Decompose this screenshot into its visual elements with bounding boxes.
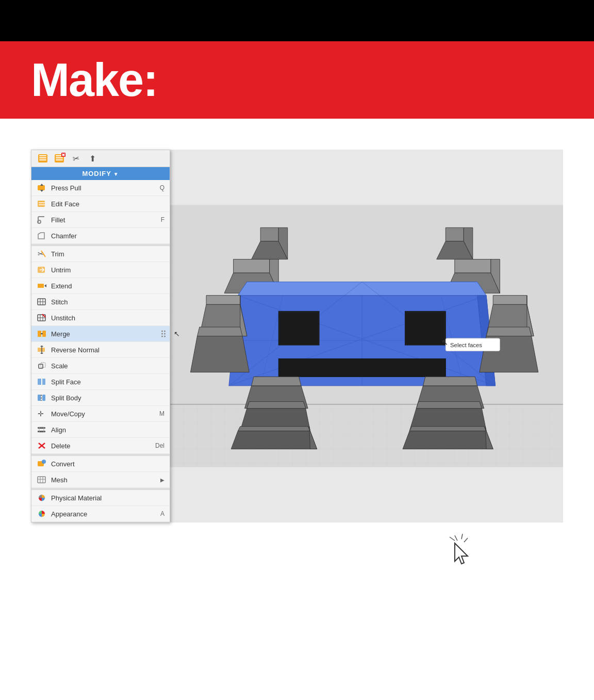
menu-item-split-face[interactable]: Split Face <box>31 374 170 390</box>
fusion-menu: ✂ ⬆ MODIFY Press Pull <box>31 150 170 523</box>
menu-item-physical-material[interactable]: Physical Material <box>31 490 170 506</box>
space-invader-scene: Select faces ↖ <box>170 150 563 523</box>
physical-material-label: Physical Material <box>51 494 102 502</box>
hover-cursor: ↖ <box>174 330 180 338</box>
drag-handle <box>161 331 166 337</box>
menu-item-unstitch[interactable]: Unstitch <box>31 310 170 326</box>
menu-item-press-pull[interactable]: Press Pull Q <box>31 180 170 196</box>
menu-item-fillet[interactable]: Fillet F <box>31 212 170 228</box>
make-header: Make: <box>0 41 594 119</box>
split-body-label: Split Body <box>51 394 81 402</box>
svg-point-38 <box>42 460 46 464</box>
content-area: ✂ ⬆ MODIFY Press Pull <box>0 119 594 605</box>
menu-item-mesh[interactable]: Mesh ▶ <box>31 472 170 488</box>
svg-marker-9 <box>44 284 46 287</box>
scale-label: Scale <box>51 362 68 370</box>
svg-line-106 <box>450 537 455 541</box>
menu-item-align[interactable]: Align <box>31 422 170 438</box>
menu-item-merge[interactable]: Merge ↖ <box>31 326 170 342</box>
edit-face-label: Edit Face <box>51 200 79 208</box>
chamfer-label: Chamfer <box>51 232 77 240</box>
svg-marker-49 <box>260 227 278 241</box>
unstitch-icon <box>37 313 47 323</box>
appearance-label: Appearance <box>51 510 87 518</box>
menu-item-delete[interactable]: Delete Del <box>31 438 170 454</box>
svg-line-105 <box>464 538 468 542</box>
menu-item-move-copy[interactable]: ✛ Move/Copy M <box>31 406 170 422</box>
viewport-area: Select faces ↖ <box>170 150 563 523</box>
reverse-normal-label: Reverse Normal <box>51 346 100 354</box>
toolbar-upload-icon[interactable]: ⬆ <box>85 152 100 165</box>
appearance-shortcut: A <box>160 510 164 517</box>
appearance-icon <box>37 509 47 519</box>
menu-item-stitch[interactable]: Stitch <box>31 294 170 310</box>
svg-marker-77 <box>206 296 240 305</box>
main-illustration: ✂ ⬆ MODIFY Press Pull <box>31 150 563 523</box>
svg-marker-95 <box>238 427 310 431</box>
move-copy-icon: ✛ <box>37 409 47 419</box>
align-label: Align <box>51 426 66 434</box>
svg-marker-82 <box>190 336 249 372</box>
delete-shortcut: Del <box>155 442 164 449</box>
menu-item-untrim[interactable]: Untrim <box>31 262 170 278</box>
svg-marker-2 <box>40 190 43 192</box>
press-pull-shortcut: Q <box>160 184 164 191</box>
convert-label: Convert <box>51 460 75 468</box>
split-face-icon <box>37 377 47 387</box>
reverse-normal-icon <box>37 345 47 355</box>
split-face-label: Split Face <box>51 378 81 386</box>
delete-icon <box>37 441 47 451</box>
svg-rect-8 <box>38 284 44 288</box>
click-cursor-svg <box>444 533 475 569</box>
svg-marker-52 <box>446 227 464 241</box>
make-logo: Make: <box>31 54 157 107</box>
svg-rect-29 <box>42 395 45 401</box>
untrim-icon <box>37 265 47 275</box>
modify-header-label[interactable]: MODIFY <box>31 167 170 180</box>
svg-rect-74 <box>406 312 444 344</box>
menu-item-edit-face[interactable]: Edit Face <box>31 196 170 212</box>
svg-marker-23 <box>40 353 43 354</box>
press-pull-label: Press Pull <box>51 184 81 192</box>
svg-marker-94 <box>231 431 317 449</box>
mesh-submenu-arrow: ▶ <box>160 477 164 483</box>
toolbar-list-icon[interactable] <box>36 152 50 165</box>
unstitch-label: Unstitch <box>51 314 75 322</box>
svg-marker-93 <box>416 402 482 409</box>
svg-marker-107 <box>455 543 468 564</box>
svg-rect-75 <box>278 359 446 377</box>
fillet-label: Fillet <box>51 216 65 224</box>
click-cursor-decoration <box>444 533 475 571</box>
move-copy-label: Move/Copy <box>51 410 85 418</box>
svg-marker-97 <box>403 431 493 449</box>
trim-icon: ✂ <box>37 249 47 259</box>
stitch-icon <box>37 297 47 307</box>
extend-icon <box>37 281 47 291</box>
svg-point-4 <box>38 220 41 223</box>
svg-rect-20 <box>42 331 46 337</box>
svg-rect-28 <box>38 395 41 401</box>
svg-rect-0 <box>38 185 45 190</box>
upload-icon: ⬆ <box>89 154 96 164</box>
svg-marker-83 <box>197 327 243 336</box>
delete-label: Delete <box>51 442 71 450</box>
menu-item-split-body[interactable]: Split Body <box>31 390 170 406</box>
menu-item-extend[interactable]: Extend <box>31 278 170 294</box>
menu-item-appearance[interactable]: Appearance A <box>31 506 170 522</box>
toolbar-scissors-icon[interactable]: ✂ <box>69 152 83 165</box>
toolbar-list2-icon[interactable] <box>52 152 67 165</box>
move-copy-shortcut: M <box>159 410 164 417</box>
menu-item-convert[interactable]: Convert <box>31 456 170 472</box>
menu-item-trim[interactable]: ✂ Trim <box>31 246 170 262</box>
menu-item-scale[interactable]: Scale <box>31 358 170 374</box>
edit-face-icon <box>37 199 47 209</box>
menu-item-chamfer[interactable]: Chamfer <box>31 228 170 244</box>
press-pull-icon <box>37 183 47 193</box>
mesh-label: Mesh <box>51 476 68 484</box>
merge-label: Merge <box>51 330 70 338</box>
menu-item-reverse-normal[interactable]: Reverse Normal <box>31 342 170 358</box>
trim-label: Trim <box>51 250 64 258</box>
chamfer-icon <box>37 231 47 241</box>
fusion-toolbar: ✂ ⬆ <box>31 150 170 167</box>
split-body-icon <box>37 393 47 403</box>
